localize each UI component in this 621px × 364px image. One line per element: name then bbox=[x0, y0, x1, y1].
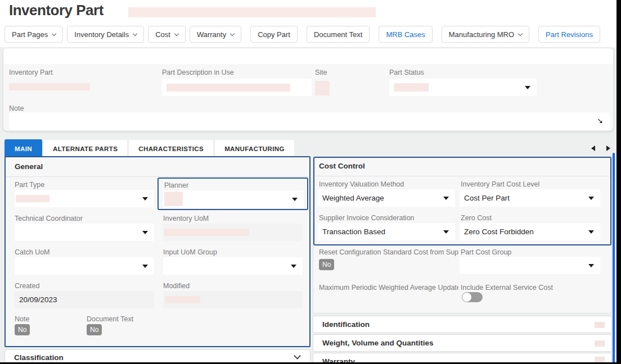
header-form-card: Inventory Part Part Description in Use S… bbox=[3, 48, 613, 131]
modified-label: Modified bbox=[163, 282, 190, 290]
site-label: Site bbox=[315, 69, 327, 76]
caret-down-icon bbox=[142, 265, 148, 268]
inventory-part-page: Inventory Part Part Pages Inventory Deta… bbox=[0, 0, 621, 364]
window-right-edge bbox=[616, 0, 621, 364]
tab-scroll-left-icon[interactable] bbox=[591, 145, 595, 151]
tab-strip: MAIN ALTERNATE PARTS CHARACTERISTICS MAN… bbox=[4, 139, 295, 157]
inventory-valuation-method-label: Inventory Valuation Method bbox=[319, 180, 404, 188]
general-document-text-label: Document Text bbox=[87, 315, 133, 323]
tab-characteristics[interactable]: CHARACTERISTICS bbox=[128, 139, 214, 157]
chevron-down-icon bbox=[518, 31, 523, 35]
part-status-label: Part Status bbox=[389, 69, 424, 76]
modified-redacted-value bbox=[165, 296, 200, 303]
caret-down-icon bbox=[525, 86, 530, 89]
technical-coordinator-select[interactable] bbox=[15, 224, 154, 241]
part-type-select[interactable] bbox=[15, 190, 154, 207]
planner-select[interactable] bbox=[163, 190, 304, 208]
part-status-redacted-value bbox=[394, 83, 429, 92]
toolbar-button-part-revisions[interactable]: Part Revisions bbox=[538, 26, 600, 43]
toolbar-button-copy-part[interactable]: Copy Part bbox=[250, 26, 298, 43]
tab-main[interactable]: MAIN bbox=[4, 139, 42, 157]
caret-down-icon bbox=[588, 230, 594, 234]
note-textarea[interactable]: ↘ bbox=[9, 112, 610, 130]
toolbar-button-mrb-cases[interactable]: MRB Cases bbox=[379, 26, 432, 43]
part-cost-group-select[interactable] bbox=[460, 257, 600, 274]
supplier-invoice-consideration-select[interactable]: Transaction Based bbox=[318, 223, 455, 240]
reset-configuration-label: Reset Configuration Standard Cost from S… bbox=[319, 248, 458, 256]
inventory-valuation-method-select[interactable]: Weighted Average bbox=[318, 189, 455, 207]
inventory-part-cost-level-select[interactable]: Cost Per Part bbox=[460, 189, 600, 207]
chevron-down-icon bbox=[230, 31, 235, 35]
supplier-invoice-consideration-value: Transaction Based bbox=[322, 223, 385, 240]
chevron-down-icon[interactable] bbox=[294, 352, 301, 360]
general-group: General Part Type Planner Technical Coor… bbox=[4, 156, 310, 347]
created-label: Created bbox=[15, 282, 39, 290]
page-title: Inventory Part bbox=[9, 2, 104, 19]
inventory-part-label: Inventory Part bbox=[9, 69, 53, 76]
card-top-strip bbox=[3, 48, 613, 64]
general-group-title: General bbox=[15, 162, 43, 171]
general-note-label: Note bbox=[15, 315, 29, 323]
part-description-input[interactable] bbox=[162, 79, 312, 96]
part-type-redacted-value bbox=[16, 195, 50, 202]
include-external-service-cost-label: Include External Service Cost bbox=[461, 284, 553, 292]
site-redacted-value bbox=[315, 81, 330, 95]
classification-title: Classification bbox=[14, 353, 64, 362]
part-status-select[interactable] bbox=[389, 79, 537, 96]
inventory-valuation-method-value: Weighted Average bbox=[322, 189, 384, 207]
inventory-part-cost-level-label: Inventory Part Cost Level bbox=[461, 180, 539, 188]
toolbar-button-document-text[interactable]: Document Text bbox=[307, 26, 370, 43]
chevron-down-icon bbox=[52, 31, 56, 35]
part-cost-group-label: Part Cost Group bbox=[461, 248, 511, 256]
caret-down-icon bbox=[292, 198, 298, 201]
tab-alternate-parts[interactable]: ALTERNATE PARTS bbox=[43, 139, 128, 157]
chevron-down-icon bbox=[174, 31, 179, 35]
inventory-uom-field bbox=[163, 224, 303, 241]
divider bbox=[6, 176, 309, 177]
technical-coordinator-label: Technical Coordinator bbox=[15, 215, 83, 222]
cost-control-group: Cost Control Inventory Valuation Method … bbox=[313, 156, 612, 313]
inventory-part-redacted-value bbox=[9, 83, 90, 90]
toolbar-button-inventory-details[interactable]: Inventory Details bbox=[67, 26, 144, 43]
expand-resize-icon[interactable]: ↘ bbox=[597, 116, 603, 125]
redacted-indicator bbox=[595, 340, 605, 347]
reset-configuration-badge: No bbox=[319, 259, 334, 270]
weight-volume-quantities-title: Weight, Volume and Quantities bbox=[322, 339, 434, 347]
input-uom-group-label: Input UoM Group bbox=[163, 248, 217, 256]
section-identification[interactable]: Identification bbox=[313, 316, 612, 333]
toolbar-button-part-pages[interactable]: Part Pages bbox=[4, 26, 63, 43]
planner-redacted-value bbox=[164, 192, 183, 206]
redacted-part-number bbox=[128, 7, 376, 17]
zero-cost-label: Zero Cost bbox=[461, 214, 492, 222]
cost-control-title: Cost Control bbox=[319, 162, 365, 170]
section-weight-volume-quantities[interactable]: Weight, Volume and Quantities bbox=[313, 334, 612, 352]
tab-scroll-right-icon[interactable] bbox=[606, 145, 610, 151]
tab-manufacturing[interactable]: MANUFACTURING bbox=[214, 139, 295, 157]
include-external-service-cost-toggle[interactable] bbox=[462, 292, 483, 302]
catch-uom-select[interactable] bbox=[15, 257, 154, 275]
divider bbox=[315, 176, 610, 176]
caret-down-icon bbox=[443, 197, 449, 200]
general-document-text-badge: No bbox=[87, 324, 102, 335]
created-field: 20/09/2023 bbox=[15, 291, 154, 308]
command-bar: Part Pages Inventory Details Cost Warran… bbox=[4, 26, 604, 43]
part-description-label: Part Description in Use bbox=[162, 69, 234, 76]
toolbar-button-manufacturing-mro[interactable]: Manufacturing MRO bbox=[442, 26, 529, 43]
caret-down-icon bbox=[588, 264, 594, 267]
toolbar-button-cost[interactable]: Cost bbox=[148, 26, 186, 43]
caret-down-icon bbox=[142, 197, 148, 201]
general-note-badge: No bbox=[15, 324, 30, 335]
catch-uom-label: Catch UoM bbox=[15, 248, 50, 256]
caret-down-icon bbox=[588, 197, 594, 200]
zero-cost-select[interactable]: Zero Cost Forbidden bbox=[460, 223, 600, 240]
toggle-knob bbox=[462, 293, 471, 302]
inventory-uom-label: Inventory UoM bbox=[163, 215, 209, 222]
planner-field-highlight: Planner bbox=[158, 178, 308, 210]
zero-cost-value: Zero Cost Forbidden bbox=[464, 223, 534, 240]
vertical-scrollbar[interactable] bbox=[613, 153, 615, 364]
input-uom-group-select[interactable] bbox=[163, 257, 303, 275]
created-value: 20/09/2023 bbox=[19, 291, 57, 308]
toolbar-button-warranty[interactable]: Warranty bbox=[190, 26, 241, 43]
part-type-label: Part Type bbox=[15, 181, 44, 189]
modified-field bbox=[163, 291, 303, 308]
